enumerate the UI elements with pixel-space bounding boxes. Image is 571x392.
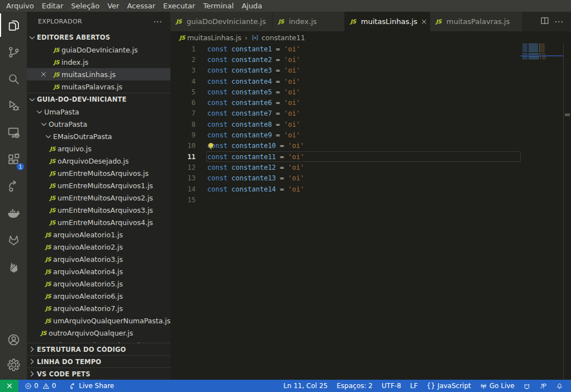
code-line-3[interactable]: 3const constante3 = 'oi' — [170, 65, 571, 76]
code-editor[interactable]: 1const constante1 = 'oi'2const constante… — [170, 44, 571, 380]
tree-folder-emaisoutrapasta[interactable]: EMaisOutraPasta — [27, 130, 170, 142]
tab-muitaspalavras-js[interactable]: JSmuitasPalavras.js — [430, 12, 523, 31]
activity-docker-icon[interactable] — [0, 199, 27, 226]
tree-folder-umapasta[interactable]: UmaPasta — [27, 106, 170, 118]
pet-icon[interactable] — [523, 383, 531, 390]
code-line-15[interactable]: 15 — [170, 194, 571, 205]
item-label: umEntreMuitosArquivos3.js — [57, 206, 153, 214]
activity-search-icon[interactable] — [0, 65, 27, 92]
tree-file-arquivoaleatorio7-js[interactable]: JSarquivoAleatorio7.js — [27, 302, 170, 314]
activity-extensions-icon[interactable]: 1 — [0, 146, 27, 173]
activity-settings-icon[interactable] — [0, 352, 27, 377]
menu-ajuda[interactable]: Ajuda — [237, 0, 266, 12]
section-estrutura-do-c-digo[interactable]: ESTRUTURA DO CÓDIGO — [27, 343, 170, 355]
menu-editar[interactable]: Editar — [38, 0, 68, 12]
remote-indicator[interactable] — [0, 380, 18, 392]
chevron-down-icon — [35, 107, 44, 116]
tree-file-outroarquivoqualquer-js[interactable]: JSoutroArquivoQualquer.js — [27, 327, 170, 339]
item-label: UmaPasta — [44, 108, 79, 116]
tree-file-maisumarquivoqualquer-js[interactable]: JSmaisUmArquivoQualquer.js — [27, 339, 170, 343]
menu-sele-o[interactable]: Seleção — [67, 0, 103, 12]
code-line-6[interactable]: 6const constante6 = 'oi' — [170, 98, 571, 108]
indentation-status[interactable]: Espaços: 2 — [336, 382, 374, 390]
notifications-bell-icon[interactable] — [555, 383, 564, 390]
tree-file-arquivoaleatorio2-js[interactable]: JSarquivoAleatorio2.js — [27, 241, 170, 253]
open-editor-muitaslinhas-js[interactable]: JSmuitasLinhas.js — [27, 68, 170, 80]
open-editor-muitaspalavras-js[interactable]: JSmuitasPalavras.js — [27, 80, 170, 93]
tree-file-arquivoaleatorio1-js[interactable]: JSarquivoAleatorio1.js — [27, 228, 170, 241]
tree-file-umentremuitosarquivos3-js[interactable]: JSumEntreMuitosArquivos3.js — [27, 204, 170, 216]
minimap[interactable] — [521, 44, 563, 62]
go-live-button[interactable]: Go Live — [479, 382, 515, 390]
item-label: arquivoAleatorio7.js — [53, 304, 123, 313]
tab-index-js[interactable]: JSindex.js — [273, 12, 345, 31]
feedback-icon[interactable] — [539, 383, 548, 390]
tree-file-umentremuitosarquivos-js[interactable]: JSumEntreMuitosArquivos.js — [27, 167, 170, 179]
item-label: GUIA-DO-DEV-INICIANTE — [36, 95, 127, 103]
code-line-13[interactable]: 13const constante13 = 'oi' — [170, 173, 571, 184]
open-editors-header[interactable]: EDITORES ABERTOS — [27, 31, 170, 44]
code-line-8[interactable]: 8const constante8 = 'oi' — [170, 119, 571, 130]
tab-close-icon[interactable] — [421, 17, 427, 26]
code-line-12[interactable]: 12const constante12 = 'oi' — [170, 162, 571, 173]
section-vs-code-pets[interactable]: VS CODE PETS — [27, 367, 170, 380]
tree-file-arquivoaleatorio6-js[interactable]: JSarquivoAleatorio6.js — [27, 290, 170, 302]
tree-file-arquivoaleatorio5-js[interactable]: JSarquivoAleatorio5.js — [27, 278, 170, 290]
section-linha-do-tempo[interactable]: LINHA DO TEMPO — [27, 355, 170, 367]
code-line-1[interactable]: 1const constante1 = 'oi' — [170, 44, 571, 54]
extensions-badge: 1 — [16, 162, 25, 171]
item-label: arquivo.js — [57, 145, 92, 153]
menu-terminal[interactable]: Terminal — [199, 0, 237, 12]
activity-run-and-debug-icon[interactable] — [0, 92, 27, 119]
code-line-14[interactable]: 14const constante14 = 'oi' — [170, 184, 571, 194]
js-file-icon: JS — [48, 158, 57, 164]
tab-guiadodeviniciante-js[interactable]: JSguiaDoDevIniciante.js — [170, 12, 273, 31]
menu-acessar[interactable]: Acessar — [123, 0, 159, 12]
code-line-11[interactable]: 11const constante11 = 'oi' — [170, 151, 571, 162]
activity-source-control-icon[interactable] — [0, 39, 27, 65]
lightbulb-icon[interactable] — [207, 142, 215, 150]
overview-ruler[interactable] — [563, 44, 571, 380]
cursor-position[interactable]: Ln 11, Col 25 — [283, 382, 328, 390]
tree-file-umentremuitosarquivos2-js[interactable]: JSumEntreMuitosArquivos2.js — [27, 192, 170, 204]
menu-ver[interactable]: Ver — [103, 0, 123, 12]
breadcrumb-file[interactable]: muitasLinhas.js — [187, 34, 241, 42]
tree-file-umentremuitosarquivos4-js[interactable]: JSumEntreMuitosArquivos4.js — [27, 216, 170, 228]
breadcrumb-symbol[interactable]: constante11 — [261, 34, 305, 42]
tree-file-umarquivoqualquernumapasta-js[interactable]: JSumArquivoQualquerNumaPasta.js — [27, 314, 170, 327]
code-line-7[interactable]: 7const constante7 = 'oi' — [170, 108, 571, 119]
activity-live-share-icon[interactable] — [0, 173, 27, 199]
tab-muitaslinhas-js[interactable]: JSmuitasLinhas.js — [345, 12, 430, 31]
open-editor-guiadodeviniciante-js[interactable]: JSguiaDoDevIniciante.js — [27, 44, 170, 56]
eol-status[interactable]: LF — [410, 382, 418, 390]
tree-file-oarquivodesejado-js[interactable]: JSoArquivoDesejado.js — [27, 155, 170, 167]
split-editor-icon[interactable] — [540, 16, 549, 27]
js-file-icon: JS — [350, 18, 359, 25]
activity-explorer-icon[interactable] — [0, 12, 27, 39]
language-mode[interactable]: {} JavaScript — [426, 382, 472, 390]
encoding-status[interactable]: UTF-8 — [381, 382, 402, 390]
menu-executar[interactable]: Executar — [159, 0, 199, 12]
workspace-folder-header[interactable]: GUIA-DO-DEV-INICIANTE — [27, 93, 170, 106]
live-share-status[interactable]: Live Share — [69, 382, 115, 390]
explorer-more-actions-icon[interactable]: ··· — [153, 18, 164, 26]
problems-status[interactable]: 0 0 — [24, 382, 56, 390]
close-icon[interactable] — [39, 70, 48, 79]
tree-folder-outrapasta[interactable]: OutraPasta — [27, 118, 170, 130]
tree-file-arquivoaleatorio4-js[interactable]: JSarquivoAleatorio4.js — [27, 265, 170, 278]
tree-file-umentremuitosarquivos1-js[interactable]: JSumEntreMuitosArquivos1.js — [27, 179, 170, 192]
code-line-5[interactable]: 5const constante5 = 'oi' — [170, 87, 571, 97]
code-line-2[interactable]: 2const constante2 = 'oi' — [170, 54, 571, 65]
activity-gitlab-icon[interactable] — [0, 226, 27, 253]
editor-more-actions-icon[interactable]: ··· — [555, 20, 564, 24]
open-editor-index-js[interactable]: JSindex.js — [27, 56, 170, 68]
menu-arquivo[interactable]: Arquivo — [2, 0, 38, 12]
activity-account-icon[interactable] — [0, 327, 27, 352]
code-line-4[interactable]: 4const constante4 = 'oi' — [170, 76, 571, 87]
tree-file-arquivo-js[interactable]: JSarquivo.js — [27, 142, 170, 155]
code-line-9[interactable]: 9const constante9 = 'oi' — [170, 130, 571, 140]
activity-firebase-icon[interactable] — [0, 253, 27, 280]
activity-remote-explorer-icon[interactable] — [0, 119, 27, 146]
tree-file-arquivoaleatorio3-js[interactable]: JSarquivoAleatorio3.js — [27, 253, 170, 265]
code-line-10[interactable]: 10const constante10 = 'oi' — [170, 141, 571, 151]
